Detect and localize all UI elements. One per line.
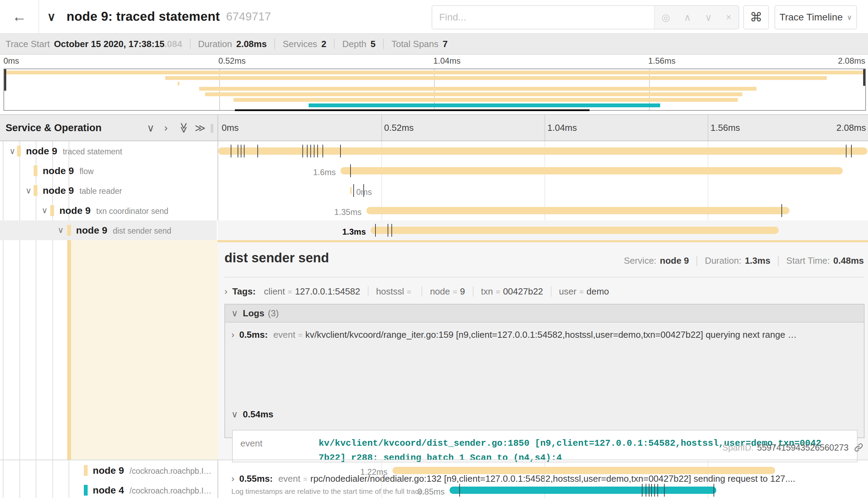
trace-info-item: Total Spans7 [391, 39, 448, 49]
tree-chevron-icon[interactable]: ∨ [9, 141, 16, 161]
operation-name: dist sender send [113, 226, 171, 236]
span-detail-title: dist sender send [224, 251, 329, 265]
span-log-tick [391, 224, 392, 237]
span-row[interactable]: node 9/cockroach.roachpb.I…1.22ms [0, 461, 868, 480]
trace-collapse-icon[interactable]: ∨ [47, 0, 56, 33]
timeline-axis-label: 1.56ms [710, 115, 740, 141]
match-highlight-icon[interactable]: ◎ [662, 12, 670, 23]
span-duration-bar[interactable] [218, 147, 867, 155]
span-row-timeline-cell[interactable]: 0.85ms [218, 480, 868, 498]
span-row-label[interactable]: node 4/cockroach.roachpb.I… [93, 480, 212, 498]
collapse-all-icon[interactable]: ≫ [179, 115, 189, 141]
span-log-tick [651, 484, 652, 497]
span-row-label[interactable]: node 9/cockroach.roachpb.I… [93, 461, 212, 480]
span-duration-bar[interactable] [450, 487, 716, 494]
span-log-tick [654, 484, 655, 497]
span-row-timeline-cell[interactable]: 1.35ms [218, 201, 868, 220]
info-label: Total Spans [391, 39, 439, 49]
span-row-timeline-cell[interactable]: 1.6ms [218, 161, 868, 181]
service-color-bar [84, 465, 88, 476]
logs-header[interactable]: ∨ Logs (3) [225, 305, 864, 323]
collapse-one-icon[interactable]: ∨ [147, 115, 154, 141]
span-row-timeline-cell[interactable]: 0ms [218, 181, 868, 200]
span-row-name-cell[interactable]: ∨node 9dist sender send [0, 220, 217, 240]
service-operation-title: Service & Operation [6, 115, 101, 141]
span-row[interactable]: ∨node 9txn coordinator send1.35ms [0, 201, 868, 220]
expand-all-icon[interactable]: ≫ [195, 115, 205, 141]
span-duration-bar[interactable] [371, 227, 779, 234]
span-row-label[interactable]: node 9traced statement [26, 141, 122, 161]
span-duration-bar[interactable] [340, 167, 843, 174]
minimap-span-bar [233, 98, 738, 102]
span-duration-bar[interactable] [366, 207, 789, 214]
span-row-name-cell[interactable]: ∨node 9traced statement [0, 141, 217, 161]
span-row[interactable]: ∨node 9dist sender send1.3ms [0, 220, 868, 240]
trace-info-item: Depth5 [342, 39, 375, 49]
log-row-2[interactable]: ∨ 0.54ms [231, 409, 859, 423]
span-row-timeline-cell[interactable]: 1.22ms [218, 461, 868, 480]
minimap-range-indicator[interactable] [235, 109, 590, 111]
trace-id: 6749717 [226, 10, 271, 23]
span-row-label[interactable]: node 9flow [43, 161, 94, 181]
span-duration-bar[interactable] [392, 467, 775, 474]
span-row-label[interactable]: node 9table reader [43, 181, 122, 200]
span-row-name-cell[interactable]: node 9flow [0, 161, 217, 181]
tag-separator [551, 286, 551, 297]
minimap-axis-label: 2.08ms [838, 56, 865, 66]
span-row-name-cell[interactable]: ∨node 9txn coordinator send [0, 201, 217, 220]
span-log-tick [459, 484, 460, 497]
prev-match-icon[interactable]: ∧ [684, 12, 691, 23]
duration-value: 1.3ms [745, 255, 770, 266]
chevron-down-icon: ∨ [231, 308, 238, 319]
span-row[interactable]: node 4/cockroach.roachpb.I…0.85ms [0, 480, 868, 498]
service-color-bar [34, 165, 37, 176]
span-rows-bottom: node 9/cockroach.roachpb.I…1.22msnode 4/… [0, 460, 868, 498]
clear-find-icon[interactable]: × [726, 12, 732, 23]
tree-chevron-icon[interactable]: ∨ [26, 181, 32, 200]
minimap-canvas[interactable] [3, 69, 866, 111]
span-rows: ∨node 9traced statementnode 9flow1.6ms∨n… [0, 141, 868, 240]
back-arrow-icon: ← [12, 8, 27, 25]
copy-link-icon[interactable] [853, 442, 864, 453]
span-row-name-cell[interactable]: node 4/cockroach.roachpb.I… [0, 480, 217, 498]
span-row-label[interactable]: node 9dist sender send [76, 220, 171, 240]
span-log-tick [657, 484, 658, 497]
tag-value: demo [586, 286, 609, 297]
span-row-name-cell[interactable]: ∨node 9table reader [0, 181, 217, 200]
span-row-timeline-cell[interactable] [218, 141, 868, 161]
service-color-bar [67, 225, 71, 236]
tree-chevron-icon[interactable]: ∨ [42, 201, 48, 220]
back-button[interactable]: ← [0, 0, 39, 33]
span-row-timeline-cell[interactable]: 1.3ms [218, 220, 868, 240]
minimap-scrubber-right[interactable] [863, 69, 865, 86]
info-separator [334, 39, 335, 49]
log-row-1[interactable]: › 0.5ms: event = kv/kvclient/kvcoord/ran… [231, 329, 859, 343]
next-match-icon[interactable]: ∨ [705, 12, 712, 23]
minimap-scrubber-left[interactable] [4, 69, 6, 91]
tree-chevron-icon[interactable]: ∨ [58, 220, 64, 240]
operation-name: table reader [79, 187, 122, 196]
column-resize-grip[interactable]: ∥ [210, 115, 214, 141]
info-label: Services [283, 39, 317, 49]
keyboard-shortcuts-button[interactable]: ⌘ [743, 5, 769, 29]
span-log-tick [642, 484, 643, 497]
span-row[interactable]: ∨node 9table reader0ms [0, 181, 868, 200]
tag-equals: = [453, 288, 457, 297]
tags-row[interactable]: › Tags: client=127.0.0.1:54582hostssl=no… [224, 282, 609, 300]
span-row-name-cell[interactable]: node 9/cockroach.roachpb.I… [0, 461, 217, 480]
span-row-label[interactable]: node 9txn coordinator send [59, 201, 168, 220]
find-controls: ◎ ∧ ∨ × [654, 6, 738, 29]
trace-view-select[interactable]: Trace Timeline ∨ [774, 5, 857, 29]
trace-info-item: Services2 [283, 39, 326, 49]
chevron-down-icon: ∨ [847, 13, 852, 21]
expand-one-icon[interactable]: › [164, 115, 168, 141]
command-icon: ⌘ [750, 10, 762, 25]
spanid-row: SpanID: 5597415943526560273 [722, 442, 864, 453]
service-value: node 9 [660, 255, 689, 266]
span-duration-bar[interactable] [350, 187, 352, 194]
find-input[interactable] [432, 6, 654, 29]
span-row[interactable]: ∨node 9traced statement [0, 141, 868, 161]
span-row[interactable]: node 9flow1.6ms [0, 161, 868, 181]
tag-item: node=9 [430, 286, 465, 297]
logs-count: (3) [268, 308, 279, 319]
